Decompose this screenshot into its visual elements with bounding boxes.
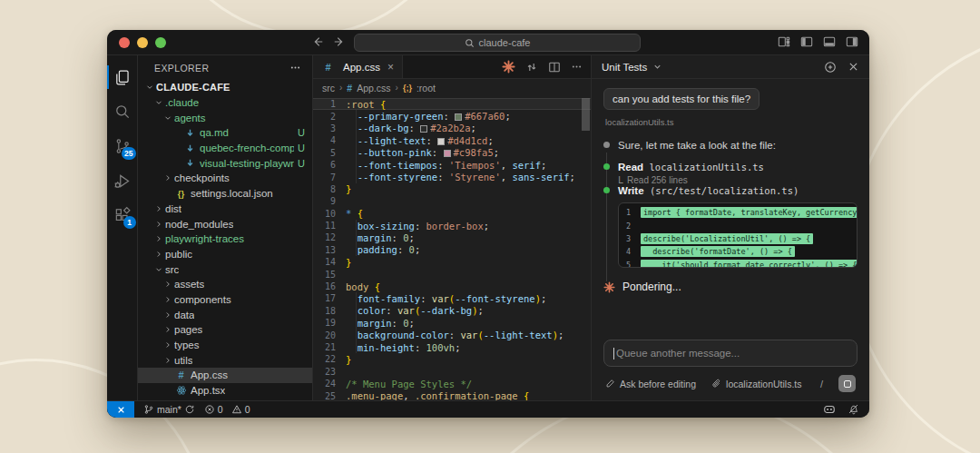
code-line-9[interactable]: 9 [313, 195, 591, 207]
code-line-16[interactable]: 16body { [313, 281, 591, 292]
message-input[interactable]: Queue another message... [603, 340, 858, 367]
back-arrow-icon[interactable] [311, 35, 324, 48]
color-swatch[interactable] [444, 150, 451, 157]
slash-commands[interactable]: / [820, 379, 823, 389]
chevron-closed-icon[interactable] [162, 356, 174, 365]
diff-code-block[interactable]: 1import { formatDate, translateKey, getC… [618, 202, 858, 268]
chevron-closed-icon[interactable] [162, 295, 174, 304]
code-line-12[interactable]: 12 margin: 0; [313, 231, 591, 243]
customize-layout-icon[interactable] [778, 35, 790, 48]
chevron-closed-icon[interactable] [162, 280, 174, 289]
edit-mode-label[interactable]: Ask before editing [620, 379, 696, 389]
explorer-more-icon[interactable] [289, 62, 301, 74]
chevron-open-icon[interactable] [152, 265, 165, 274]
chevron-open-icon[interactable] [152, 98, 165, 107]
bell-slash-icon[interactable] [848, 403, 859, 416]
code-line-15[interactable]: 15 [313, 268, 591, 280]
chevron-closed-icon[interactable] [152, 204, 165, 213]
remote-indicator[interactable] [107, 401, 134, 418]
forward-arrow-icon[interactable] [333, 35, 346, 48]
chevron-closed-icon[interactable] [152, 234, 165, 243]
editor-scrollbar[interactable] [582, 98, 590, 131]
source-control-icon[interactable]: 25 [107, 129, 138, 163]
tree-item-dist[interactable]: dist [138, 202, 312, 217]
code-line-1[interactable]: 1:root { [313, 98, 591, 110]
stop-button[interactable] [838, 375, 856, 392]
context-file-label[interactable]: localizationUtils.ts [726, 379, 801, 389]
toggle-secondary-sidebar-icon[interactable] [846, 35, 858, 48]
tree-item-app-tsx[interactable]: App.tsx [138, 383, 312, 399]
sync-icon[interactable] [184, 404, 195, 415]
extensions-icon[interactable]: 1 [107, 198, 138, 232]
write-step[interactable]: Write (src/test/localization.ts) [603, 185, 858, 196]
attached-file-label[interactable]: localizationUtils.ts [605, 117, 858, 127]
chevron-closed-icon[interactable] [162, 340, 174, 350]
code-line-21[interactable]: 21 min-height: 100vh; [313, 341, 591, 353]
close-window-button[interactable] [119, 37, 130, 48]
tree-item-public[interactable]: public [138, 247, 312, 262]
color-swatch[interactable] [455, 113, 462, 121]
tree-item--claude[interactable]: .claude [138, 95, 312, 111]
chevron-closed-icon[interactable] [162, 173, 174, 182]
problems-status[interactable]: 0 0 [204, 404, 250, 415]
chevron-open-icon[interactable] [162, 113, 174, 123]
chevron-open-icon[interactable] [143, 83, 156, 92]
tree-item-node-modules[interactable]: node_modules [138, 216, 312, 231]
panel-title[interactable]: Unit Tests [602, 62, 647, 73]
chevron-closed-icon[interactable] [152, 250, 165, 259]
code-line-25[interactable]: 25.menu-page, .confirmation-page { [313, 389, 591, 400]
code-line-6[interactable]: 6 --font-tiempos: 'Tiempos', serif; [313, 159, 591, 171]
close-panel-icon[interactable] [848, 61, 859, 74]
tree-item-settings-local-json[interactable]: {}settings.local.json [138, 186, 312, 202]
compare-changes-icon[interactable] [525, 61, 538, 74]
claude-starburst-icon[interactable] [502, 60, 515, 74]
read-step[interactable]: Read localizationUtils.ts [603, 162, 858, 172]
code-line-20[interactable]: 20 background-color: var(--light-text); [313, 329, 591, 340]
tree-item-qa-md[interactable]: qa.mdU [138, 125, 312, 141]
tree-item-claude-cafe[interactable]: CLAUDE-CAFE [138, 80, 312, 95]
zoom-window-button[interactable] [155, 37, 166, 48]
tree-item-assets[interactable]: assets [138, 277, 312, 292]
copilot-icon[interactable] [823, 403, 836, 416]
tree-item-utils[interactable]: utils [138, 352, 312, 368]
code-line-10[interactable]: 10* { [313, 208, 591, 220]
search-sidebar-icon[interactable] [107, 94, 138, 129]
breadcrumb[interactable]: src › # App.css › {;} :root [313, 79, 591, 96]
code-line-4[interactable]: 4 --light-text: #d4d1cd; [313, 134, 591, 146]
code-line-5[interactable]: 5 --button-pink: #c98fa5; [313, 147, 591, 159]
tree-item-checkpoints[interactable]: checkpoints [138, 171, 312, 186]
code-line-23[interactable]: 23 [313, 366, 591, 378]
code-line-11[interactable]: 11 box-sizing: border-box; [313, 220, 591, 231]
code-line-8[interactable]: 8} [313, 183, 591, 195]
color-swatch[interactable] [437, 138, 445, 145]
editor-more-icon[interactable] [571, 61, 583, 73]
code-line-24[interactable]: 24/* Menu Page Styles */ [313, 378, 591, 389]
tree-item-visual-testing-playwright-[interactable]: visual-testing-playwright...U [138, 155, 312, 171]
code-line-14[interactable]: 14} [313, 256, 591, 268]
minimize-window-button[interactable] [137, 37, 148, 48]
tree-item-app-css[interactable]: #App.css [138, 368, 312, 383]
code-line-13[interactable]: 13 padding: 0; [313, 244, 591, 256]
tree-item-data[interactable]: data [138, 307, 312, 322]
code-line-17[interactable]: 17 font-family: var(--font-styrene); [313, 292, 591, 304]
split-editor-icon[interactable] [548, 61, 561, 74]
chevron-closed-icon[interactable] [152, 220, 165, 229]
code-line-18[interactable]: 18 color: var(--dark-bg); [313, 305, 591, 317]
git-branch-status[interactable]: main* [143, 404, 195, 415]
code-area[interactable]: 1:root {2 --primary-green: #667a60;3 --d… [313, 96, 591, 400]
tree-item-playwright-traces[interactable]: playwright-traces [138, 231, 312, 247]
code-line-19[interactable]: 19 margin: 0; [313, 317, 591, 329]
code-line-22[interactable]: 22} [313, 353, 591, 365]
explorer-icon[interactable] [107, 60, 138, 94]
breadcrumb-src[interactable]: src [322, 83, 335, 94]
tab-app-css[interactable]: # App.css × [313, 55, 403, 78]
new-chat-icon[interactable] [824, 61, 837, 74]
tree-item-components[interactable]: components [138, 292, 312, 308]
tree-item-src[interactable]: src [138, 261, 312, 277]
chevron-down-icon[interactable] [652, 62, 662, 72]
chevron-closed-icon[interactable] [162, 310, 174, 320]
code-line-2[interactable]: 2 --primary-green: #667a60; [313, 110, 591, 122]
toggle-primary-sidebar-icon[interactable] [800, 35, 813, 48]
run-debug-icon[interactable] [107, 163, 138, 198]
code-line-3[interactable]: 3 --dark-bg: #2a2b2a; [313, 123, 591, 134]
